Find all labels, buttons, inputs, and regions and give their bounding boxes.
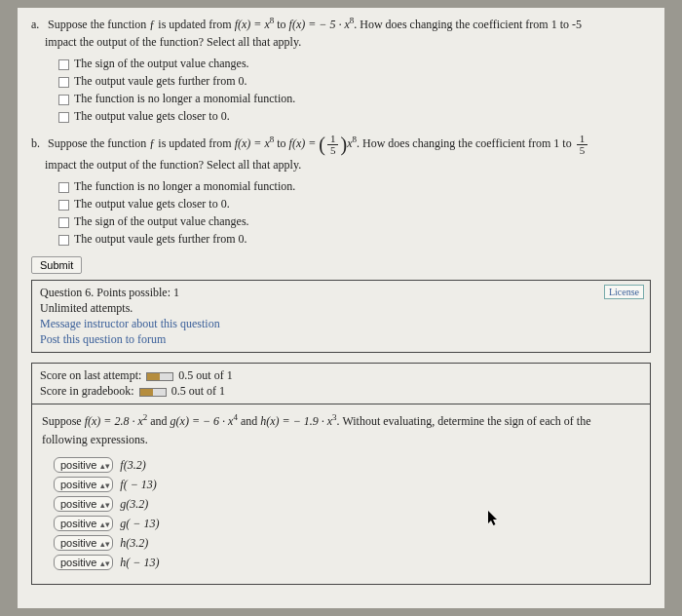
progress-bar-icon [146,372,173,381]
message-instructor-link[interactable]: Message instructor about this question [40,317,220,330]
expr-label: g( − 13) [120,517,159,530]
option-label: The function is no longer a monomial fun… [74,179,295,193]
checkbox[interactable] [58,95,69,105]
sign-select[interactable]: positive▴▾ [54,555,113,570]
expr-label: h(3.2) [120,536,148,550]
sign-select[interactable]: positive▴▾ [54,516,113,531]
checkbox[interactable] [58,59,69,70]
option-label: The output value gets closer to 0. [74,109,230,123]
part-b-label: b. [31,135,45,152]
score-gradebook-value: 0.5 out of 1 [171,384,225,398]
checkbox[interactable] [58,77,69,88]
checkbox[interactable] [58,112,69,123]
progress-bar-icon [139,388,167,397]
expr-label: h( − 13) [120,556,159,569]
caret-icon: ▴▾ [100,539,110,549]
option-label: The function is no longer a monomial fun… [74,92,295,105]
license-button[interactable]: License [604,285,644,299]
meta-attempts: Unlimited attempts. [40,301,642,316]
post-forum-link[interactable]: Post this question to forum [40,332,166,346]
sign-select[interactable]: positive▴▾ [54,496,113,512]
option-label: The output vaule gets further from 0. [74,74,247,88]
option-label: The output vaule gets further from 0. [74,232,247,246]
part-b-text: Suppose the function ƒ is updated from f… [48,136,589,150]
part-a-text-2: impact the output of the function? Selec… [45,35,301,49]
question-meta-box: License Question 6. Points possible: 1 U… [31,280,651,353]
score-last-label: Score on last attempt: [40,368,144,382]
option-label: The output value gets closer to 0. [74,197,230,211]
caret-icon: ▴▾ [100,481,110,490]
checkbox[interactable] [58,217,69,228]
expr-label: f(3.2) [120,458,145,472]
q6-prompt: Suppose f(x) = 2.8 · x2 and g(x) = − 6 ·… [42,412,640,449]
caret-icon: ▴▾ [100,520,110,529]
part-a-options: The sign of the output value changes. Th… [58,57,651,124]
expr-label: f( − 13) [120,478,156,491]
option-label: The sign of the output value changes. [74,57,249,70]
caret-icon: ▴▾ [100,558,110,568]
sign-select[interactable]: positive▴▾ [54,477,113,492]
sign-select[interactable]: positive▴▾ [54,535,113,551]
submit-button[interactable]: Submit [31,256,82,274]
option-label: The sign of the output value changes. [74,214,249,228]
question-6-box: Suppose f(x) = 2.8 · x2 and g(x) = − 6 ·… [31,404,651,585]
part-a-text: Suppose the function ƒ is updated from f… [48,18,582,31]
expr-label: g(3.2) [120,497,148,511]
score-last-value: 0.5 out of 1 [178,368,232,382]
checkbox[interactable] [58,200,69,211]
score-gradebook-label: Score in gradebook: [40,384,137,398]
score-box: Score on last attempt: 0.5 out of 1 Scor… [31,363,651,404]
checkbox[interactable] [58,235,69,246]
part-a-label: a. [31,16,45,33]
part-b-text-2: impact the output of the function? Selec… [45,158,301,172]
checkbox[interactable] [58,182,69,193]
part-b-options: The function is no longer a monomial fun… [58,179,651,247]
sign-select[interactable]: positive▴▾ [54,457,113,473]
caret-icon: ▴▾ [100,500,110,510]
caret-icon: ▴▾ [100,461,110,471]
meta-points: Question 6. Points possible: 1 [40,286,642,300]
